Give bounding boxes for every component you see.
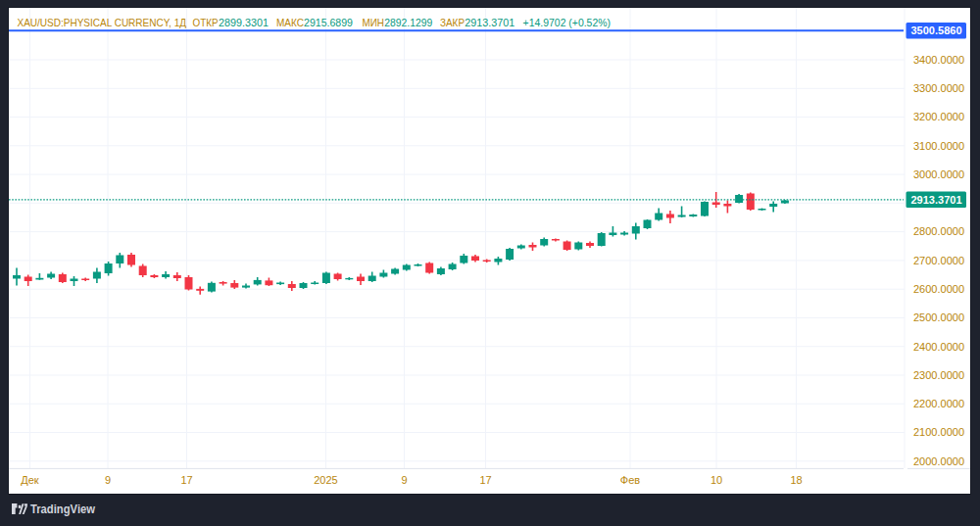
svg-text:МИН: МИН: [362, 17, 384, 28]
svg-text:9: 9: [105, 474, 111, 486]
svg-text:2200.0000: 2200.0000: [913, 398, 964, 409]
svg-text:ЗАКР: ЗАКР: [440, 17, 465, 28]
svg-text:18: 18: [790, 474, 802, 486]
svg-text:ОТКР: ОТКР: [193, 17, 219, 28]
svg-text:3200.0000: 3200.0000: [913, 111, 964, 122]
svg-text:3300.0000: 3300.0000: [913, 82, 964, 94]
svg-text:2800.0000: 2800.0000: [913, 225, 964, 237]
svg-text:2400.0000: 2400.0000: [913, 341, 964, 353]
svg-text:2892.1299: 2892.1299: [384, 17, 432, 28]
svg-text:2899.3301: 2899.3301: [219, 17, 269, 28]
svg-text:3100.0000: 3100.0000: [913, 140, 964, 152]
svg-text:2913.3701: 2913.3701: [911, 194, 962, 206]
svg-text:Фев: Фев: [620, 474, 640, 486]
svg-text:Дек: Дек: [21, 474, 39, 486]
svg-text:2300.0000: 2300.0000: [913, 369, 964, 381]
svg-text:2025: 2025: [314, 474, 337, 486]
svg-text:17: 17: [479, 474, 491, 486]
svg-text:2500.0000: 2500.0000: [913, 311, 964, 323]
svg-text:9: 9: [401, 474, 407, 486]
svg-text:2913.3701: 2913.3701: [465, 17, 514, 28]
svg-text:TradingView: TradingView: [30, 502, 95, 516]
svg-text:2915.6899: 2915.6899: [304, 17, 353, 28]
svg-text:МАКС: МАКС: [276, 17, 304, 28]
svg-text:3500.5860: 3500.5860: [911, 24, 962, 36]
svg-text:+14.9702 (+0.52%): +14.9702 (+0.52%): [523, 17, 611, 28]
svg-text:17: 17: [180, 474, 192, 486]
svg-text:XAU/USD:PHYSICAL CURRENCY, 1Д: XAU/USD:PHYSICAL CURRENCY, 1Д: [18, 17, 187, 28]
svg-text:2000.0000: 2000.0000: [913, 455, 964, 467]
svg-text:2700.0000: 2700.0000: [913, 255, 964, 266]
svg-text:10: 10: [710, 474, 722, 486]
svg-text:3400.0000: 3400.0000: [913, 54, 964, 66]
svg-text:2100.0000: 2100.0000: [913, 426, 964, 438]
svg-text:3000.0000: 3000.0000: [913, 168, 964, 180]
svg-text:2600.0000: 2600.0000: [913, 283, 964, 295]
